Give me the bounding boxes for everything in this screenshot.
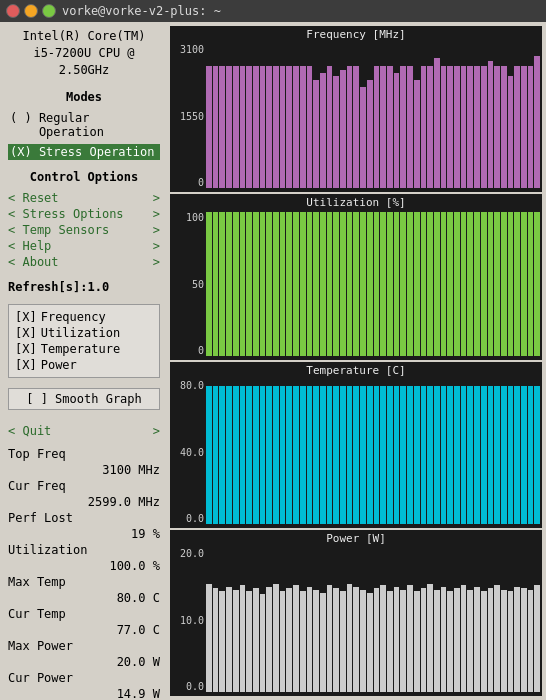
bar — [508, 386, 514, 524]
bar — [474, 212, 480, 356]
bar — [374, 212, 380, 356]
menu-item[interactable]: < Stress Options> — [8, 206, 160, 222]
bar — [226, 587, 232, 692]
bars-wrapper-temperature — [206, 380, 540, 524]
bar — [454, 212, 460, 356]
stat-value-row: 100.0 % — [8, 558, 160, 574]
bar — [528, 66, 534, 188]
bar — [213, 66, 219, 188]
bar — [347, 584, 353, 692]
chart-temperature: Temperature [C]80.040.00.0 — [170, 362, 542, 528]
bar — [421, 386, 427, 524]
checkbox-item-utilization[interactable]: [X]Utilization — [15, 325, 153, 341]
bar — [407, 66, 413, 188]
chart-title-utilization: Utilization [%] — [170, 196, 542, 209]
title-bar: vorke@vorke-v2-plus: ~ — [0, 0, 546, 22]
bar — [266, 212, 272, 356]
bar — [240, 66, 246, 188]
bar — [219, 212, 225, 356]
bar — [327, 386, 333, 524]
mode-stress[interactable]: (X) Stress Operation — [8, 144, 160, 160]
bar — [508, 76, 514, 188]
bar — [380, 386, 386, 524]
bar — [394, 386, 400, 524]
quit-line[interactable]: < Quit > — [8, 424, 160, 438]
checkbox-item-temperature[interactable]: [X]Temperature — [15, 341, 153, 357]
checkbox-item-frequency[interactable]: [X]Frequency — [15, 309, 153, 325]
bar — [394, 587, 400, 692]
chart-title-temperature: Temperature [C] — [170, 364, 542, 377]
y-labels-temperature: 80.040.00.0 — [170, 362, 206, 528]
bar — [219, 591, 225, 692]
bar — [427, 66, 433, 188]
bar — [454, 588, 460, 692]
sidebar: Intel(R) Core(TM) i5-7200U CPU @ 2.50GHz… — [0, 22, 168, 700]
menu-item[interactable]: < Temp Sensors> — [8, 222, 160, 238]
menu-item[interactable]: < Help> — [8, 238, 160, 254]
bar — [467, 212, 473, 356]
bar — [380, 66, 386, 188]
quit-left[interactable]: < Quit — [8, 424, 51, 438]
bar — [427, 212, 433, 356]
bar — [447, 212, 453, 356]
menu-item[interactable]: < About> — [8, 254, 160, 270]
bar — [213, 386, 219, 524]
bar — [340, 212, 346, 356]
bar — [340, 591, 346, 692]
bar — [327, 585, 333, 692]
bar — [353, 212, 359, 356]
maximize-button[interactable] — [42, 4, 56, 18]
bar — [501, 212, 507, 356]
bar — [353, 66, 359, 188]
bar — [534, 212, 540, 356]
bar — [367, 386, 373, 524]
stat-value-row: 77.0 C — [8, 622, 160, 638]
bar — [474, 587, 480, 692]
menu-item[interactable]: < Reset> — [8, 190, 160, 206]
window-controls[interactable] — [6, 4, 56, 18]
bar — [394, 212, 400, 356]
bar — [454, 66, 460, 188]
bars-wrapper-frequency — [206, 44, 540, 188]
stat-value-row: 20.0 W — [8, 654, 160, 670]
close-button[interactable] — [6, 4, 20, 18]
bar — [273, 66, 279, 188]
bar — [394, 73, 400, 188]
bar — [501, 66, 507, 188]
bar — [494, 386, 500, 524]
mode-regular[interactable]: ( ) Regular Operation — [8, 110, 160, 140]
bar — [421, 588, 427, 692]
bar — [233, 386, 239, 524]
bar — [353, 386, 359, 524]
bar — [488, 212, 494, 356]
checkbox-label: Power — [41, 358, 77, 372]
bar — [353, 587, 359, 692]
bar — [407, 386, 413, 524]
stat-label-row: Perf Lost — [8, 510, 160, 526]
bar — [246, 591, 252, 692]
bar — [333, 588, 339, 692]
bar — [213, 212, 219, 356]
bar — [293, 66, 299, 188]
bar — [434, 58, 440, 188]
bar — [501, 590, 507, 692]
bar — [226, 212, 232, 356]
bar — [233, 212, 239, 356]
bar — [307, 386, 313, 524]
checkbox-item-power[interactable]: [X]Power — [15, 357, 153, 373]
bar — [360, 590, 366, 692]
bar — [380, 585, 386, 692]
bar — [340, 386, 346, 524]
window-title: vorke@vorke-v2-plus: ~ — [62, 4, 221, 18]
smooth-graph-button[interactable]: [ ] Smooth Graph — [8, 388, 160, 410]
minimize-button[interactable] — [24, 4, 38, 18]
bar — [467, 590, 473, 692]
bar — [521, 212, 527, 356]
bar — [320, 593, 326, 692]
bar — [407, 585, 413, 692]
bar — [253, 588, 259, 692]
stat-label-row: Top Freq — [8, 446, 160, 462]
bar — [481, 212, 487, 356]
bar — [534, 585, 540, 692]
bar — [367, 80, 373, 188]
